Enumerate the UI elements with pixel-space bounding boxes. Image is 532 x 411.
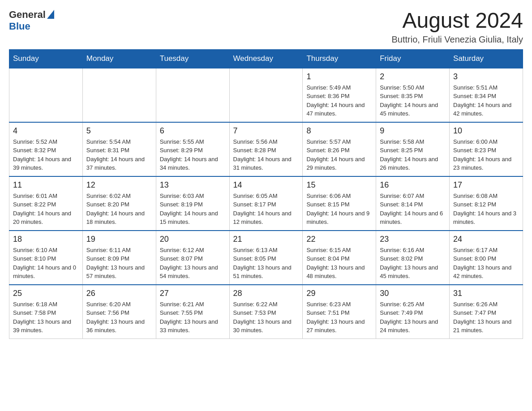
calendar-cell-w1-d1 <box>9 68 83 122</box>
day-info: Sunrise: 6:18 AMSunset: 7:58 PMDaylight:… <box>13 300 79 335</box>
calendar-cell-w1-d4 <box>229 68 303 122</box>
day-number: 27 <box>160 289 226 298</box>
day-number: 24 <box>453 235 519 244</box>
day-number: 7 <box>233 126 299 136</box>
logo: General Blue <box>9 9 54 32</box>
day-number: 12 <box>86 180 152 190</box>
title-section: August 2024 Buttrio, Friuli Venezia Giul… <box>392 9 523 45</box>
location-title: Buttrio, Friuli Venezia Giulia, Italy <box>392 34 523 45</box>
day-number: 15 <box>306 180 372 190</box>
day-number: 22 <box>306 235 372 244</box>
day-info: Sunrise: 5:55 AMSunset: 8:29 PMDaylight:… <box>160 137 226 172</box>
calendar-cell-w4-d1: 18Sunrise: 6:10 AMSunset: 8:10 PMDayligh… <box>9 231 83 285</box>
day-number: 28 <box>233 289 299 298</box>
day-info: Sunrise: 6:15 AMSunset: 8:04 PMDaylight:… <box>306 246 372 281</box>
calendar-cell-w2-d2: 5Sunrise: 5:54 AMSunset: 8:31 PMDaylight… <box>82 122 156 176</box>
calendar-cell-w4-d5: 22Sunrise: 6:15 AMSunset: 8:04 PMDayligh… <box>303 231 376 285</box>
day-number: 3 <box>453 72 519 81</box>
calendar-cell-w3-d4: 14Sunrise: 6:05 AMSunset: 8:17 PMDayligh… <box>229 176 303 231</box>
day-info: Sunrise: 6:11 AMSunset: 8:09 PMDaylight:… <box>86 246 152 281</box>
day-info: Sunrise: 5:52 AMSunset: 8:32 PMDaylight:… <box>13 137 79 172</box>
day-number: 29 <box>306 289 372 298</box>
calendar-cell-w5-d3: 27Sunrise: 6:21 AMSunset: 7:55 PMDayligh… <box>156 285 229 339</box>
calendar-header-row: Sunday Monday Tuesday Wednesday Thursday… <box>9 49 523 68</box>
calendar-cell-w3-d7: 17Sunrise: 6:08 AMSunset: 8:12 PMDayligh… <box>450 176 523 231</box>
day-info: Sunrise: 6:13 AMSunset: 8:05 PMDaylight:… <box>233 246 299 281</box>
calendar-week-5: 25Sunrise: 6:18 AMSunset: 7:58 PMDayligh… <box>9 285 523 339</box>
day-number: 23 <box>380 235 446 244</box>
day-number: 21 <box>233 235 299 244</box>
day-info: Sunrise: 6:08 AMSunset: 8:12 PMDaylight:… <box>453 192 519 227</box>
calendar-cell-w4-d3: 20Sunrise: 6:12 AMSunset: 8:07 PMDayligh… <box>156 231 229 285</box>
day-number: 6 <box>160 126 226 136</box>
day-info: Sunrise: 6:07 AMSunset: 8:14 PMDaylight:… <box>380 192 446 227</box>
day-number: 11 <box>13 180 79 190</box>
col-wednesday: Wednesday <box>229 49 303 68</box>
col-thursday: Thursday <box>303 49 376 68</box>
day-info: Sunrise: 6:01 AMSunset: 8:22 PMDaylight:… <box>13 192 79 227</box>
calendar-table: Sunday Monday Tuesday Wednesday Thursday… <box>9 49 523 339</box>
day-number: 25 <box>13 289 79 298</box>
month-title: August 2024 <box>392 9 523 33</box>
calendar-cell-w5-d2: 26Sunrise: 6:20 AMSunset: 7:56 PMDayligh… <box>82 285 156 339</box>
day-number: 1 <box>306 72 372 81</box>
day-number: 16 <box>380 180 446 190</box>
calendar-cell-w2-d7: 10Sunrise: 6:00 AMSunset: 8:23 PMDayligh… <box>450 122 523 176</box>
col-monday: Monday <box>82 49 156 68</box>
day-number: 2 <box>380 72 446 81</box>
day-number: 19 <box>86 235 152 244</box>
day-info: Sunrise: 5:49 AMSunset: 8:36 PMDaylight:… <box>306 83 372 118</box>
day-info: Sunrise: 5:54 AMSunset: 8:31 PMDaylight:… <box>86 137 152 172</box>
day-info: Sunrise: 5:51 AMSunset: 8:34 PMDaylight:… <box>453 83 519 118</box>
day-info: Sunrise: 6:00 AMSunset: 8:23 PMDaylight:… <box>453 137 519 172</box>
calendar-cell-w5-d1: 25Sunrise: 6:18 AMSunset: 7:58 PMDayligh… <box>9 285 83 339</box>
calendar-cell-w5-d5: 29Sunrise: 6:23 AMSunset: 7:51 PMDayligh… <box>303 285 376 339</box>
calendar-cell-w3-d2: 12Sunrise: 6:02 AMSunset: 8:20 PMDayligh… <box>82 176 156 231</box>
calendar-cell-w1-d2 <box>82 68 156 122</box>
day-info: Sunrise: 6:12 AMSunset: 8:07 PMDaylight:… <box>160 246 226 281</box>
day-info: Sunrise: 6:21 AMSunset: 7:55 PMDaylight:… <box>160 300 226 335</box>
calendar-cell-w3-d3: 13Sunrise: 6:03 AMSunset: 8:19 PMDayligh… <box>156 176 229 231</box>
logo-arrow-icon <box>47 10 54 19</box>
calendar-cell-w2-d3: 6Sunrise: 5:55 AMSunset: 8:29 PMDaylight… <box>156 122 229 176</box>
day-number: 9 <box>380 126 446 136</box>
day-number: 26 <box>86 289 152 298</box>
col-sunday: Sunday <box>9 49 83 68</box>
day-info: Sunrise: 6:05 AMSunset: 8:17 PMDaylight:… <box>233 192 299 227</box>
day-number: 13 <box>160 180 226 190</box>
calendar-week-3: 11Sunrise: 6:01 AMSunset: 8:22 PMDayligh… <box>9 176 523 231</box>
calendar-cell-w5-d6: 30Sunrise: 6:25 AMSunset: 7:49 PMDayligh… <box>376 285 450 339</box>
logo-general-text: General <box>9 9 46 21</box>
col-saturday: Saturday <box>450 49 523 68</box>
calendar-cell-w2-d6: 9Sunrise: 5:58 AMSunset: 8:25 PMDaylight… <box>376 122 450 176</box>
calendar-cell-w2-d5: 8Sunrise: 5:57 AMSunset: 8:26 PMDaylight… <box>303 122 376 176</box>
day-number: 4 <box>13 126 79 136</box>
calendar-cell-w2-d4: 7Sunrise: 5:56 AMSunset: 8:28 PMDaylight… <box>229 122 303 176</box>
day-info: Sunrise: 6:02 AMSunset: 8:20 PMDaylight:… <box>86 192 152 227</box>
day-number: 8 <box>306 126 372 136</box>
day-info: Sunrise: 6:17 AMSunset: 8:00 PMDaylight:… <box>453 246 519 281</box>
calendar-cell-w3-d1: 11Sunrise: 6:01 AMSunset: 8:22 PMDayligh… <box>9 176 83 231</box>
col-friday: Friday <box>376 49 450 68</box>
day-info: Sunrise: 6:25 AMSunset: 7:49 PMDaylight:… <box>380 300 446 335</box>
day-info: Sunrise: 6:22 AMSunset: 7:53 PMDaylight:… <box>233 300 299 335</box>
calendar-cell-w1-d7: 3Sunrise: 5:51 AMSunset: 8:34 PMDaylight… <box>450 68 523 122</box>
day-info: Sunrise: 5:56 AMSunset: 8:28 PMDaylight:… <box>233 137 299 172</box>
calendar-cell-w3-d6: 16Sunrise: 6:07 AMSunset: 8:14 PMDayligh… <box>376 176 450 231</box>
calendar-cell-w4-d6: 23Sunrise: 6:16 AMSunset: 8:02 PMDayligh… <box>376 231 450 285</box>
calendar-week-1: 1Sunrise: 5:49 AMSunset: 8:36 PMDaylight… <box>9 68 523 122</box>
day-number: 17 <box>453 180 519 190</box>
col-tuesday: Tuesday <box>156 49 229 68</box>
calendar-cell-w4-d2: 19Sunrise: 6:11 AMSunset: 8:09 PMDayligh… <box>82 231 156 285</box>
day-info: Sunrise: 5:57 AMSunset: 8:26 PMDaylight:… <box>306 137 372 172</box>
calendar-cell-w2-d1: 4Sunrise: 5:52 AMSunset: 8:32 PMDaylight… <box>9 122 83 176</box>
day-number: 5 <box>86 126 152 136</box>
calendar-cell-w1-d6: 2Sunrise: 5:50 AMSunset: 8:35 PMDaylight… <box>376 68 450 122</box>
calendar-cell-w4-d7: 24Sunrise: 6:17 AMSunset: 8:00 PMDayligh… <box>450 231 523 285</box>
day-info: Sunrise: 5:50 AMSunset: 8:35 PMDaylight:… <box>380 83 446 118</box>
calendar-week-2: 4Sunrise: 5:52 AMSunset: 8:32 PMDaylight… <box>9 122 523 176</box>
day-number: 20 <box>160 235 226 244</box>
day-number: 31 <box>453 289 519 298</box>
day-number: 18 <box>13 235 79 244</box>
day-number: 10 <box>453 126 519 136</box>
